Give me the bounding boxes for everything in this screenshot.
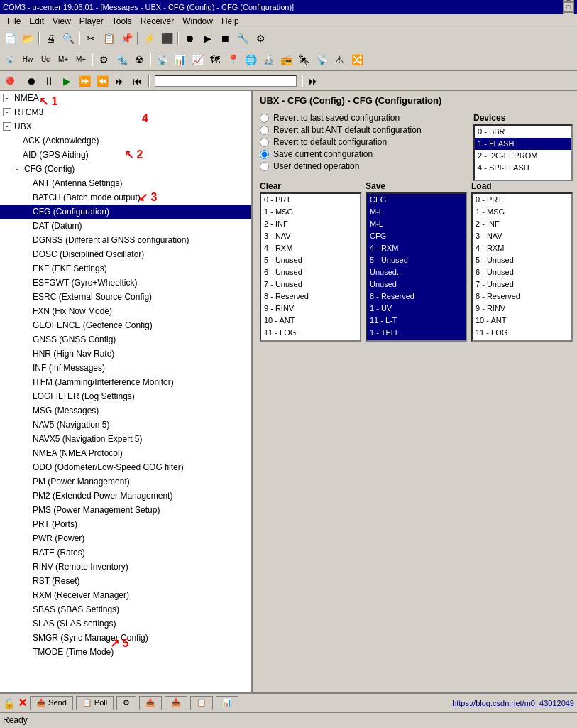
tb2-btn14[interactable]: 🌐 (242, 52, 259, 67)
tree-item[interactable]: BATCH (Batch mode output) (0, 190, 251, 205)
list-item[interactable]: 5 - Unused (473, 254, 571, 266)
tree-item[interactable]: ANT (Antenna Settings) (0, 176, 251, 190)
menu-window[interactable]: Window (178, 15, 217, 28)
tb2-btn16[interactable]: 📻 (277, 52, 295, 67)
radio-input-4[interactable] (260, 150, 269, 159)
tree-item[interactable]: HNR (High Nav Rate) (0, 347, 251, 361)
tb2-btn17[interactable]: 🛰 (295, 52, 312, 67)
tree-item[interactable]: SLAS (SLAS settings) (0, 616, 251, 631)
list-item[interactable]: 1 - MSG (473, 206, 571, 218)
list-item[interactable]: M-L (367, 206, 466, 218)
list-item[interactable]: Unused (367, 278, 466, 290)
list-item[interactable]: 1 - UV (367, 303, 466, 315)
list-item[interactable]: 8 - Reserved (367, 290, 466, 303)
list-item[interactable]: 9 - RINV (473, 303, 571, 315)
tools2-btn[interactable]: 🔧 (234, 31, 251, 46)
tb2-btn12[interactable]: 🗺 (207, 52, 224, 67)
print-btn[interactable]: 🖨 (42, 31, 59, 46)
tree-item[interactable]: RXM (Receiver Manager) (0, 588, 251, 602)
tree-item[interactable]: PMS (Power Management Setup) (0, 503, 251, 517)
tree-item[interactable]: MSG (Messages) (0, 403, 251, 418)
tree-item[interactable]: RINV (Remote Inventory) (0, 560, 251, 574)
list-item[interactable]: 10 - ANT (261, 315, 360, 327)
tb2-btn20[interactable]: 🔀 (348, 52, 366, 67)
list-item[interactable]: 1 - TELL (367, 327, 466, 339)
cut-btn[interactable]: ✂ (82, 31, 99, 46)
radio-input-1[interactable] (260, 114, 269, 123)
send-button[interactable]: 📤 Send (30, 696, 73, 710)
tree-item[interactable]: NAV5 (Navigation 5) (0, 418, 251, 432)
load-listbox[interactable]: 0 - PRT1 - MSG2 - INF3 - NAV4 - RXM5 - U… (471, 192, 573, 342)
expand-icon[interactable]: - (3, 94, 11, 102)
list-item[interactable]: 2 - FTS (367, 339, 466, 342)
list-item[interactable]: 6 - Unused (261, 266, 360, 278)
tb2-btn19[interactable]: ⚠ (331, 52, 348, 67)
tree-item[interactable]: NMEA (NMEA Protocol) (0, 446, 251, 460)
config-btn[interactable]: ⚙ (252, 31, 269, 46)
search-btn[interactable]: 🔍 (60, 31, 77, 46)
expand-icon[interactable]: - (3, 122, 11, 131)
tree-item[interactable]: TMODE (Time Mode) (0, 645, 251, 659)
list-item[interactable]: 5 - Unused (367, 254, 466, 266)
tree-item[interactable]: GEOFENCE (Geofence Config) (0, 318, 251, 332)
tree-item[interactable]: LOGFILTER (Log Settings) (0, 389, 251, 403)
list-item[interactable]: 11 - LOG (473, 327, 571, 339)
tb3-end[interactable]: ⏭ (305, 73, 322, 89)
tb3-btn1[interactable]: 🔴 (1, 73, 18, 89)
list-item[interactable]: 9 - RINV (261, 303, 360, 315)
device-item[interactable]: 4 - SPI-FLASH (475, 162, 571, 174)
save-listbox[interactable]: CFGM-LM-LCFG4 - RXM5 - UnusedUnused...Un… (366, 192, 467, 342)
expand-icon[interactable]: - (13, 165, 21, 173)
tree-item[interactable]: DGNSS (Differential GNSS configuration) (0, 233, 251, 247)
tb3-stop[interactable]: ⏸ (40, 73, 57, 89)
list-item[interactable]: 11 - L-T (367, 315, 466, 327)
list-item[interactable]: 11 - LOG (261, 327, 360, 339)
tb3-step-bk[interactable]: ⏮ (129, 73, 146, 89)
list-item[interactable]: 0 - PRT (261, 194, 360, 206)
tree-item[interactable]: ODO (Odometer/Low-Speed COG filter) (0, 460, 251, 474)
list-item[interactable]: 3 - NAV (261, 230, 360, 242)
tree-item[interactable]: NAVX5 (Navigation Expert 5) (0, 432, 251, 446)
list-item[interactable]: 2 - INF (473, 218, 571, 230)
tb2-btn10[interactable]: 📊 (171, 52, 188, 67)
menu-receiver[interactable]: Receiver (136, 15, 178, 28)
tb2-btn6[interactable]: ⚙ (95, 52, 112, 67)
tree-item[interactable]: SBAS (SBAS Settings) (0, 602, 251, 616)
view-btn[interactable]: 📋 (190, 696, 213, 710)
disconnect-btn[interactable]: ⬛ (158, 31, 175, 46)
tb2-btn13[interactable]: 📍 (224, 52, 241, 67)
new-btn[interactable]: 📄 (1, 31, 18, 46)
tb3-ff[interactable]: ⏩ (76, 73, 93, 89)
device-item[interactable]: 2 - I2C-EEPROM (475, 150, 571, 162)
tree-item[interactable]: -CFG (Config) (0, 162, 251, 176)
tree-item[interactable]: -RTCM3 (0, 105, 251, 119)
play-btn[interactable]: ▶ (199, 31, 216, 46)
tree-item[interactable]: RATE (Rates) (0, 545, 251, 560)
tb2-btn8[interactable]: ☢ (131, 52, 148, 67)
list-item[interactable]: 8 - Reserved (473, 290, 571, 303)
radio-input-2[interactable] (260, 126, 269, 135)
list-item[interactable]: 3 - NAV (473, 230, 571, 242)
open-btn[interactable]: 📂 (19, 31, 36, 46)
tree-item[interactable]: RST (Reset) (0, 574, 251, 588)
list-item[interactable]: 1 - MSG (261, 206, 360, 218)
device-item[interactable]: 0 - BBR (475, 126, 571, 138)
export-btn[interactable]: 📤 (139, 696, 162, 710)
list-item[interactable]: 4 - RXM (367, 242, 466, 254)
list-item[interactable]: 6 - Unused (473, 266, 571, 278)
tb2-btn4[interactable]: M+ (55, 52, 72, 67)
poll-button[interactable]: 📋 Poll (76, 696, 114, 710)
menu-tools[interactable]: Tools (108, 15, 136, 28)
stop-btn[interactable]: ⏹ (216, 31, 233, 46)
paste-btn[interactable]: 📌 (118, 31, 135, 46)
tree-item[interactable]: PM2 (Extended Power Management) (0, 489, 251, 503)
tree-item[interactable]: ESRC (External Source Config) (0, 290, 251, 304)
list-item[interactable]: 7 - Unused (261, 278, 360, 290)
radio-input-3[interactable] (260, 138, 269, 147)
tree-item[interactable]: INF (Inf Messages) (0, 361, 251, 375)
tree-item[interactable]: ESFGWT (Gyro+Wheeltick) (0, 276, 251, 290)
tree-item[interactable]: PM (Power Management) (0, 474, 251, 489)
tree-item[interactable]: DAT (Datum) (0, 219, 251, 233)
tree-item[interactable]: SMGR (Sync Manager Config) (0, 631, 251, 645)
list-item[interactable]: 5 - Unused (261, 254, 360, 266)
